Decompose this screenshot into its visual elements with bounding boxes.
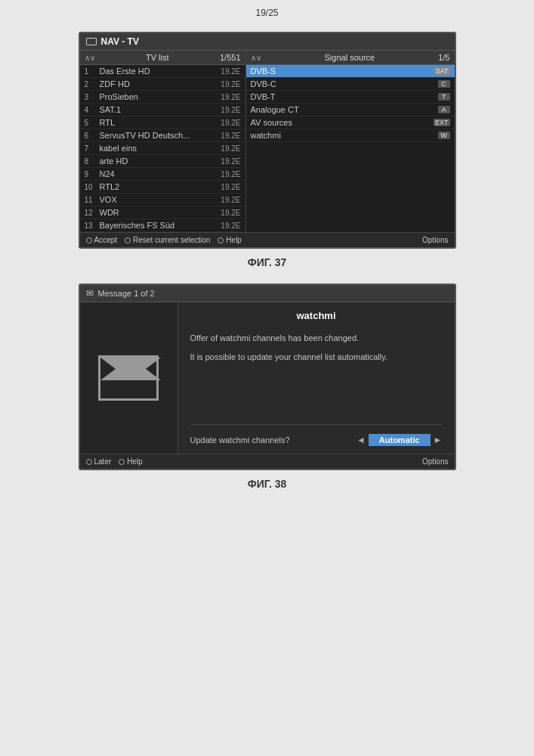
- tv-channel-item[interactable]: 5 RTL 19.2E: [80, 116, 245, 129]
- tv-channel-item[interactable]: 9 N24 19.2E: [80, 168, 245, 181]
- selector-right-arrow[interactable]: ►: [434, 435, 443, 445]
- signal-sort-icon: ∧∨: [251, 54, 261, 62]
- options-btn[interactable]: Options: [422, 236, 448, 244]
- tv-channel-item[interactable]: 11 VOX 19.2E: [80, 194, 245, 206]
- channel-freq: 19.2E: [221, 222, 240, 230]
- fig38-label: ФИГ. 38: [0, 478, 534, 490]
- tv-icon: [86, 38, 97, 45]
- message-title-bar: ✉ Message 1 of 2: [80, 285, 455, 302]
- signal-label: Signal source: [325, 53, 375, 62]
- sort-icon: ∧∨: [85, 54, 95, 62]
- envelope-small-icon: ✉: [86, 288, 94, 299]
- signal-name: DVB-S: [251, 67, 276, 76]
- channel-freq: 19.2E: [221, 209, 240, 217]
- channel-name: ProSieben: [100, 92, 218, 101]
- channel-name: Bayerisches FS Süd: [100, 221, 218, 230]
- channel-num: 1: [85, 67, 100, 76]
- service-name: watchmi: [190, 310, 443, 321]
- update-row: Update watchmi channels? ◄ Automatic ►: [190, 424, 443, 446]
- tv-channel-item[interactable]: 1 Das Erste HD 19.2E: [80, 65, 245, 78]
- msg-options-label: Options: [422, 457, 448, 466]
- tv-list-count: 1/551: [220, 53, 241, 62]
- nav-bottom-bar: Accept Reset current selection Help Opti…: [80, 232, 455, 247]
- tv-channel-item[interactable]: 10 RTL2 19.2E: [80, 181, 245, 194]
- tv-channel-item[interactable]: 7 kabel eins 19.2E: [80, 142, 245, 155]
- message-right: watchmi Offer of watchmi channels has be…: [178, 302, 455, 454]
- channel-freq: 19.2E: [221, 183, 240, 191]
- nav-tv-title-bar: NAV - TV: [80, 33, 455, 51]
- channel-name: RTL: [100, 118, 218, 127]
- signal-item[interactable]: Analogue CT A: [246, 104, 455, 116]
- fig38-container: ✉ Message 1 of 2 watchmi Offer of watchm…: [0, 284, 534, 470]
- channel-name: arte HD: [100, 156, 218, 166]
- channel-name: ZDF HD: [100, 79, 218, 88]
- selector-value: Automatic: [369, 434, 431, 446]
- channel-freq: 19.2E: [221, 144, 240, 153]
- message-line1: Offer of watchmi channels has been chang…: [190, 332, 443, 345]
- signal-count: 1/5: [438, 53, 449, 62]
- accept-icon: [86, 237, 92, 243]
- signal-list: DVB-S SAT DVB-C C DVB-T T Analogue CT A …: [246, 65, 455, 142]
- channel-freq: 19.2E: [221, 132, 240, 140]
- signal-badge: SAT: [434, 67, 450, 75]
- msg-options-btn[interactable]: Options: [422, 457, 448, 466]
- signal-item[interactable]: DVB-C C: [246, 78, 455, 91]
- channel-freq: 19.2E: [221, 106, 240, 114]
- tv-channel-item[interactable]: 3 ProSieben 19.2E: [80, 91, 245, 104]
- help-label: Help: [226, 236, 242, 244]
- tv-list-header: ∧∨ TV list 1/551: [80, 51, 245, 65]
- signal-name: DVB-T: [251, 92, 276, 101]
- channel-num: 2: [85, 80, 100, 88]
- accept-label: Accept: [94, 236, 118, 244]
- msg-help-btn[interactable]: Help: [119, 457, 143, 466]
- channel-freq: 19.2E: [221, 157, 240, 166]
- signal-item[interactable]: AV sources EXT: [246, 116, 455, 129]
- tv-channel-item[interactable]: 2 ZDF HD 19.2E: [80, 78, 245, 91]
- tv-channel-item[interactable]: 4 SAT.1 19.2E: [80, 104, 245, 116]
- channel-num: 4: [85, 106, 100, 114]
- channel-name: WDR: [100, 208, 218, 217]
- tv-channel-item[interactable]: 13 Bayerisches FS Süd 19.2E: [80, 219, 245, 232]
- tv-channel-item[interactable]: 12 WDR 19.2E: [80, 206, 245, 219]
- channel-freq: 19.2E: [221, 93, 240, 101]
- channel-name: N24: [100, 169, 218, 178]
- accept-btn[interactable]: Accept: [86, 236, 118, 244]
- channel-freq: 19.2E: [221, 196, 240, 204]
- signal-badge: A: [438, 106, 450, 113]
- fig37-label: ФИГ. 37: [0, 256, 534, 268]
- message-left: [80, 302, 178, 454]
- channel-freq: 19.2E: [221, 119, 240, 127]
- signal-badge: EXT: [434, 119, 450, 126]
- message-screen: ✉ Message 1 of 2 watchmi Offer of watchm…: [79, 284, 456, 470]
- channel-name: Das Erste HD: [100, 67, 218, 76]
- tv-channel-item[interactable]: 6 ServusTV HD Deutsch... 19.2E: [80, 129, 245, 142]
- msg-help-icon: [119, 459, 125, 465]
- signal-item[interactable]: watchmi W: [246, 129, 455, 142]
- nav-tv-body: ∧∨ TV list 1/551 1 Das Erste HD 19.2E 2 …: [80, 51, 455, 232]
- signal-name: Analogue CT: [251, 105, 299, 114]
- message-bottom-bar: Later Help Options: [80, 454, 455, 469]
- signal-item[interactable]: DVB-S SAT: [246, 65, 455, 78]
- nav-bottom-left: Accept Reset current selection Help: [86, 236, 242, 244]
- tv-list-label: TV list: [146, 53, 169, 62]
- signal-item[interactable]: DVB-T T: [246, 91, 455, 104]
- reset-btn[interactable]: Reset current selection: [125, 236, 210, 244]
- signal-panel: ∧∨ Signal source 1/5 DVB-S SAT DVB-C C D…: [246, 51, 455, 232]
- channel-name: VOX: [100, 195, 218, 204]
- tv-channel-item[interactable]: 8 arte HD 19.2E: [80, 155, 245, 168]
- help-btn[interactable]: Help: [218, 236, 242, 244]
- reset-label: Reset current selection: [133, 236, 210, 244]
- channel-freq: 19.2E: [221, 170, 240, 178]
- options-label: Options: [422, 236, 448, 244]
- later-icon: [86, 459, 92, 465]
- channel-num: 3: [85, 93, 100, 101]
- signal-badge: T: [438, 93, 450, 101]
- update-label: Update watchmi channels?: [190, 435, 290, 445]
- page-number: 19/25: [0, 0, 534, 24]
- selector-left-arrow[interactable]: ◄: [357, 435, 366, 445]
- channel-num: 10: [85, 183, 100, 191]
- later-btn[interactable]: Later: [86, 457, 112, 466]
- message-line2: It is possible to update your channel li…: [190, 351, 443, 364]
- channel-freq: 19.2E: [221, 67, 240, 76]
- update-selector[interactable]: ◄ Automatic ►: [357, 434, 443, 446]
